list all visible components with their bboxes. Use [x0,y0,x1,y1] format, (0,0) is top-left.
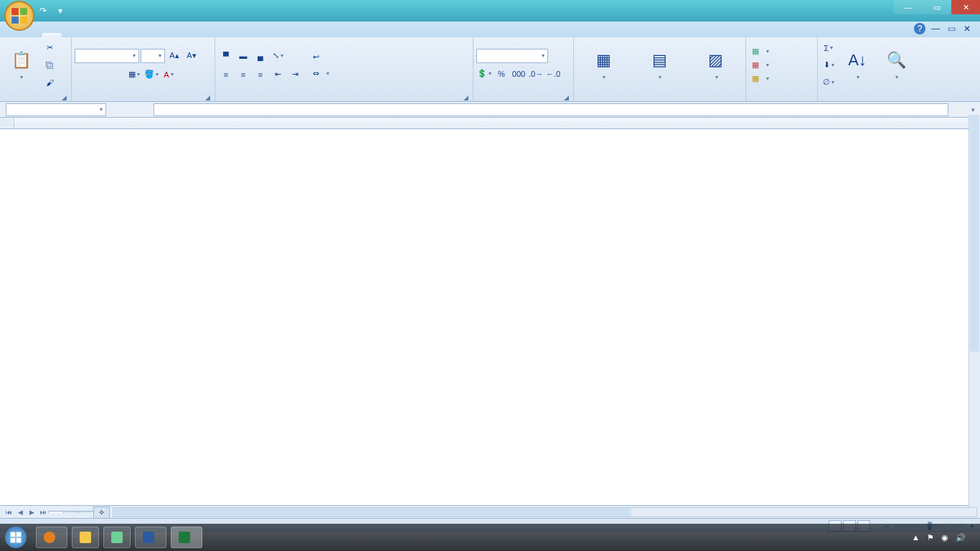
shrink-font-icon[interactable]: A▾ [184,48,199,64]
grow-font-icon[interactable]: A▴ [166,48,182,64]
align-right-icon[interactable]: ≡ [253,67,268,83]
increase-indent-icon[interactable]: ⇥ [287,67,303,83]
svg-rect-5 [17,532,22,537]
ribbon-close-icon[interactable]: ✕ [961,23,973,34]
minimize-button[interactable]: — [894,0,923,14]
svg-rect-4 [11,532,16,537]
title-bar: 💾 ↶ ↷ ▾ — ▭ ✕ [0,0,980,22]
decrease-decimal-icon[interactable]: ←.0 [545,66,561,82]
taskbar-item-word[interactable] [135,527,166,548]
orientation-icon[interactable]: ⤡▾ [270,48,286,64]
find-select-button[interactable]: 🔍▾ [878,49,914,81]
sort-filter-button[interactable]: A↓▾ [839,49,875,81]
align-center-icon[interactable]: ≡ [235,67,251,83]
comma-icon[interactable]: 000 [511,66,527,82]
fill-icon[interactable]: ⬇▾ [821,57,837,73]
bold-button[interactable] [75,67,90,83]
ribbon-minimize-icon[interactable]: — [930,23,941,34]
qat-menu-icon[interactable]: ▾ [55,5,66,17]
tab-last-icon[interactable]: ⏭ [37,509,49,516]
paste-icon: 📋 [9,49,32,72]
cond-format-icon: ▦ [592,49,615,72]
tray-volume-icon[interactable]: 🔊 [956,533,966,542]
ribbon-restore-icon[interactable]: ▭ [946,23,957,34]
formula-input[interactable] [154,103,948,116]
wrap-icon: ↩ [313,52,319,62]
font-color-icon[interactable]: A▾ [161,67,176,83]
cell-styles-icon: ▨ [705,49,727,72]
format-icon: ▦ [752,74,759,83]
new-sheet-button[interactable]: ✧ [93,507,110,518]
taskbar-item-explorer[interactable] [72,527,99,548]
app-icon [111,532,123,543]
cell-styles-button[interactable]: ▨▾ [698,49,734,81]
insert-cells-button[interactable]: ▦▾ [749,45,814,57]
format-painter-icon[interactable]: 🖌 [42,75,57,90]
paste-button[interactable]: 📋 ▾ [3,49,39,81]
underline-button[interactable] [109,67,125,83]
delete-icon: ▦ [752,60,759,70]
copy-icon[interactable]: ⿻ [42,57,57,73]
svg-rect-7 [17,538,22,543]
tab-prev-icon[interactable]: ◀ [14,509,26,516]
align-middle-icon[interactable]: ▬ [235,48,251,64]
borders-icon[interactable]: ▦▾ [126,67,142,83]
sheet-area[interactable] [0,129,980,505]
format-cells-button[interactable]: ▦▾ [749,72,814,85]
svg-rect-1 [20,8,27,15]
table-icon: ▤ [648,49,671,72]
decrease-indent-icon[interactable]: ⇤ [270,67,286,83]
number-dialog-launcher[interactable]: ◢ [562,93,570,101]
align-bottom-icon[interactable]: ▄ [253,48,268,64]
font-size-combo[interactable]: ▾ [141,49,165,63]
align-top-icon[interactable]: ▀ [218,48,234,64]
maximize-button[interactable]: ▭ [923,0,951,14]
fill-color-icon[interactable]: 🪣▾ [143,67,159,83]
italic-button[interactable] [92,67,108,83]
tray-flag-icon[interactable]: ⚑ [927,533,934,542]
svg-rect-3 [20,17,27,24]
horizontal-scrollbar[interactable] [113,507,977,517]
firefox-icon [44,532,55,543]
column-headers [0,118,980,129]
tray-network-icon[interactable]: ◉ [941,533,948,542]
find-icon: 🔍 [885,49,908,72]
increase-decimal-icon[interactable]: .0→ [528,66,544,82]
office-button[interactable] [4,1,34,31]
sheet-tab-3[interactable] [78,511,94,513]
number-format-combo[interactable]: ▾ [476,49,548,63]
taskbar-item-excel[interactable] [171,527,202,548]
percent-icon[interactable]: % [494,66,509,82]
clipboard-dialog-launcher[interactable]: ◢ [60,93,68,101]
help-icon[interactable]: ? [914,23,925,34]
name-box[interactable]: ▾ [6,103,106,116]
merge-center-button[interactable]: ⇔▾ [310,67,332,80]
taskbar-item-firefox[interactable] [36,527,67,548]
sheet-tabs-bar: ⏮ ◀ ▶ ⏭ ✧ [0,505,980,518]
tray-show-hidden-icon[interactable]: ▲ [912,533,920,542]
font-name-combo[interactable]: ▾ [75,49,139,63]
clear-icon[interactable]: ∅▾ [821,75,837,90]
tab-next-icon[interactable]: ▶ [26,509,37,516]
font-dialog-launcher[interactable]: ◢ [203,93,212,101]
merge-icon: ⇔ [313,69,319,78]
currency-icon[interactable]: 💲▾ [476,66,492,82]
redo-icon[interactable]: ↷ [37,5,49,17]
sheet-tab-1[interactable] [48,511,64,513]
start-button[interactable] [0,524,32,551]
vertical-scrollbar[interactable] [969,115,980,509]
tab-first-icon[interactable]: ⏮ [3,509,14,516]
sheet-tab-2[interactable] [63,511,79,513]
align-left-icon[interactable]: ≡ [218,67,234,83]
conditional-formatting-button[interactable]: ▦▾ [585,49,621,81]
format-as-table-button[interactable]: ▤▾ [641,49,677,81]
autosum-icon[interactable]: Σ▾ [821,40,837,56]
cut-icon[interactable]: ✂ [42,40,57,56]
select-all-corner[interactable] [0,118,14,128]
formula-expand-icon[interactable]: ▾ [966,106,980,113]
taskbar-item-unknown[interactable] [103,527,131,548]
delete-cells-button[interactable]: ▦▾ [749,59,814,71]
wrap-text-button[interactable]: ↩ [310,51,332,63]
alignment-dialog-launcher[interactable]: ◢ [461,93,470,101]
close-button[interactable]: ✕ [951,0,980,14]
